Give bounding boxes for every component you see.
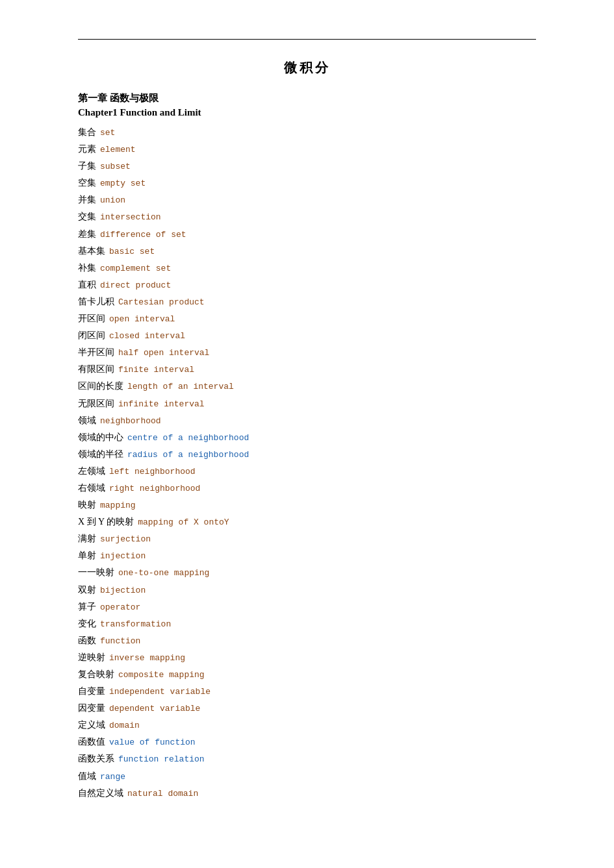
term-en: transformation: [100, 617, 171, 632]
term-en: right neighborhood: [109, 482, 200, 496]
term-row: 函数function: [78, 633, 536, 649]
term-row: 自变量independent variable: [78, 684, 536, 699]
term-en: value of function: [109, 736, 196, 750]
term-en: basic set: [109, 245, 155, 259]
term-zh: 算子: [78, 599, 96, 615]
term-row: 基本集basic set: [78, 243, 536, 259]
term-row: 开区间open interval: [78, 311, 536, 327]
term-en: open interval: [109, 312, 175, 327]
term-row: 并集union: [78, 192, 536, 208]
term-zh: 变化: [78, 616, 96, 632]
term-en: union: [100, 193, 125, 208]
term-row: 逆映射inverse mapping: [78, 650, 536, 665]
term-zh: 有限区间: [78, 362, 114, 377]
term-en: injection: [100, 549, 146, 564]
term-zh: 函数: [78, 633, 96, 649]
term-row: 自然定义域natural domain: [78, 786, 536, 801]
term-en: surjection: [100, 532, 151, 547]
term-zh: 开区间: [78, 311, 105, 327]
term-zh: 半开区间: [78, 345, 114, 360]
term-zh: 并集: [78, 192, 96, 208]
term-zh: 闭区间: [78, 328, 105, 343]
term-row: 领域的半径radius of a neighborhood: [78, 447, 536, 462]
term-zh: 逆映射: [78, 650, 105, 665]
term-row: 一一映射one-to-one mapping: [78, 565, 536, 580]
term-zh: 子集: [78, 158, 96, 174]
term-en: difference of set: [100, 228, 186, 242]
term-zh: 补集: [78, 260, 96, 276]
term-zh: 自变量: [78, 684, 105, 699]
term-row: 单射injection: [78, 548, 536, 564]
term-en: mapping: [100, 499, 136, 513]
term-en: half open interval: [118, 346, 209, 360]
term-zh: 区间的长度: [78, 378, 123, 394]
term-zh: 领域的半径: [78, 447, 123, 462]
term-en: intersection: [100, 210, 161, 225]
term-row: 半开区间half open interval: [78, 345, 536, 360]
term-row: 领域neighborhood: [78, 413, 536, 428]
term-en: length of an interval: [127, 380, 234, 394]
term-en: dependent variable: [109, 702, 200, 716]
terms-list: 集合set元素element子集subset空集empty set并集union…: [78, 125, 536, 801]
term-zh: 基本集: [78, 243, 105, 259]
term-zh: X 到 Y 的映射: [78, 514, 134, 530]
term-en: radius of a neighborhood: [127, 448, 249, 462]
term-row: 交集intersection: [78, 209, 536, 225]
term-en: left neighborhood: [109, 465, 196, 479]
term-zh: 单射: [78, 548, 96, 564]
term-row: 满射surjection: [78, 531, 536, 547]
term-zh: 空集: [78, 175, 96, 191]
term-row: 补集complement set: [78, 260, 536, 276]
term-zh: 自然定义域: [78, 786, 123, 801]
term-en: natural domain: [127, 787, 198, 801]
term-row: X 到 Y 的映射mapping of X ontoY: [78, 514, 536, 530]
term-zh: 双射: [78, 582, 96, 598]
chapter-title-zh: 第一章 函数与极限: [78, 92, 536, 105]
term-en: infinite interval: [118, 397, 205, 412]
term-en: centre of a neighborhood: [127, 431, 249, 445]
term-zh: 函数值: [78, 734, 105, 750]
term-row: 闭区间closed interval: [78, 328, 536, 343]
chapter-title-en: Chapter1 Function and Limit: [78, 107, 536, 118]
page-title: 微积分: [78, 59, 536, 77]
term-row: 定义域domain: [78, 717, 536, 733]
term-zh: 直积: [78, 277, 96, 293]
term-row: 双射bijection: [78, 582, 536, 598]
term-row: 区间的长度length of an interval: [78, 378, 536, 394]
term-zh: 值域: [78, 769, 96, 784]
term-zh: 复合映射: [78, 667, 114, 682]
term-en: range: [100, 770, 125, 784]
term-zh: 元素: [78, 142, 96, 157]
term-en: function: [100, 634, 140, 649]
term-row: 映射mapping: [78, 497, 536, 513]
term-en: set: [100, 126, 115, 140]
term-zh: 左领域: [78, 464, 105, 479]
term-en: finite interval: [118, 363, 194, 377]
term-row: 算子operator: [78, 599, 536, 615]
term-en: inverse mapping: [109, 651, 185, 665]
term-row: 值域range: [78, 769, 536, 784]
term-en: function relation: [118, 752, 205, 767]
term-zh: 领域: [78, 413, 96, 428]
term-en: element: [100, 143, 136, 157]
term-en: independent variable: [109, 685, 211, 699]
term-en: closed interval: [109, 329, 185, 343]
term-en: domain: [109, 719, 140, 733]
term-row: 集合set: [78, 125, 536, 140]
term-zh: 函数关系: [78, 751, 114, 767]
term-en: mapping of X ontoY: [138, 515, 229, 530]
term-en: bijection: [100, 584, 146, 598]
term-zh: 集合: [78, 125, 96, 140]
term-en: complement set: [100, 262, 171, 276]
term-zh: 映射: [78, 497, 96, 513]
term-row: 右领域right neighborhood: [78, 480, 536, 496]
term-zh: 交集: [78, 209, 96, 225]
term-row: 因变量dependent variable: [78, 701, 536, 716]
term-row: 领域的中心centre of a neighborhood: [78, 430, 536, 445]
term-zh: 笛卡儿积: [78, 294, 114, 310]
term-en: one-to-one mapping: [118, 566, 209, 580]
term-en: direct product: [100, 279, 171, 293]
term-zh: 满射: [78, 531, 96, 547]
term-row: 无限区间infinite interval: [78, 396, 536, 412]
term-en: operator: [100, 601, 140, 615]
